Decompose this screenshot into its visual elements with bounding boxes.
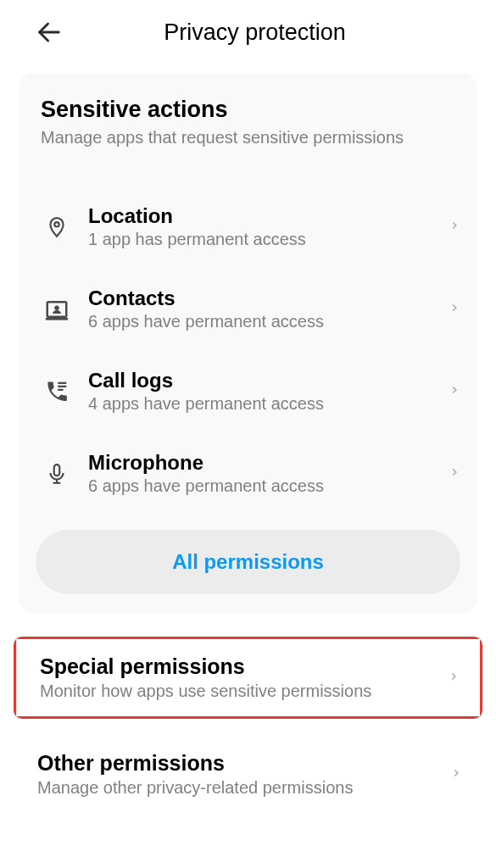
perm-text: Microphone 6 apps have permanent access [88,451,432,496]
all-permissions-button[interactable]: All permissions [36,530,460,594]
microphone-icon [42,459,71,488]
perm-subtitle: 6 apps have permanent access [88,312,432,331]
section-subtitle: Manage other privacy-related permissions [37,778,440,798]
section-text: Special permissions Monitor how apps use… [40,654,437,701]
section-title: Special permissions [40,654,437,679]
all-permissions-label: All permissions [172,550,324,573]
svg-rect-6 [58,385,66,387]
perm-subtitle: 6 apps have permanent access [88,476,432,496]
perm-text: Contacts 6 apps have permanent access [88,287,432,331]
permission-list: Location 1 app has permanent access Cont… [19,186,477,515]
section-special-permissions[interactable]: Special permissions Monitor how apps use… [16,639,480,716]
chevron-right-icon [449,298,460,321]
chevron-right-icon [449,215,460,239]
svg-point-1 [54,222,59,226]
perm-row-contacts[interactable]: Contacts 6 apps have permanent access [19,268,477,350]
svg-rect-8 [54,465,60,476]
perm-text: Location 1 app has permanent access [88,204,432,249]
perm-title: Location [88,204,432,228]
header: Privacy protection [0,0,496,64]
section-container: Other permissions Manage other privacy-r… [14,736,482,808]
back-button[interactable] [32,15,66,49]
contacts-icon [42,295,71,324]
page-title: Privacy protection [66,19,443,46]
perm-subtitle: 1 app has permanent access [88,230,432,249]
perm-row-location[interactable]: Location 1 app has permanent access [19,186,477,268]
section-subtitle: Monitor how apps use sensitive permissio… [40,682,437,701]
chevron-right-icon [448,666,460,690]
sensitive-actions-card: Sensitive actions Manage apps that reque… [19,73,477,613]
perm-text: Call logs 4 apps have permanent access [88,369,432,414]
chevron-right-icon [450,763,462,787]
perm-title: Contacts [88,287,432,310]
perm-row-microphone[interactable]: Microphone 6 apps have permanent access [19,432,477,515]
location-icon [42,213,71,242]
arrow-left-icon [35,18,64,47]
call-log-icon [42,377,71,406]
section-text: Other permissions Manage other privacy-r… [37,751,440,798]
chevron-right-icon [449,380,460,403]
chevron-right-icon [449,462,460,486]
section-other-permissions[interactable]: Other permissions Manage other privacy-r… [14,736,482,808]
svg-rect-7 [58,388,63,390]
perm-title: Microphone [88,451,432,475]
card-header: Sensitive actions Manage apps that reque… [19,97,477,157]
highlight-box: Special permissions Monitor how apps use… [14,637,482,719]
section-title: Other permissions [37,751,440,776]
svg-point-4 [54,305,59,310]
card-subtitle: Manage apps that request sensitive permi… [41,126,455,148]
perm-row-call-logs[interactable]: Call logs 4 apps have permanent access [19,350,477,432]
card-title: Sensitive actions [41,97,455,123]
perm-subtitle: 4 apps have permanent access [88,394,432,414]
svg-rect-5 [58,381,66,383]
perm-title: Call logs [88,369,432,392]
